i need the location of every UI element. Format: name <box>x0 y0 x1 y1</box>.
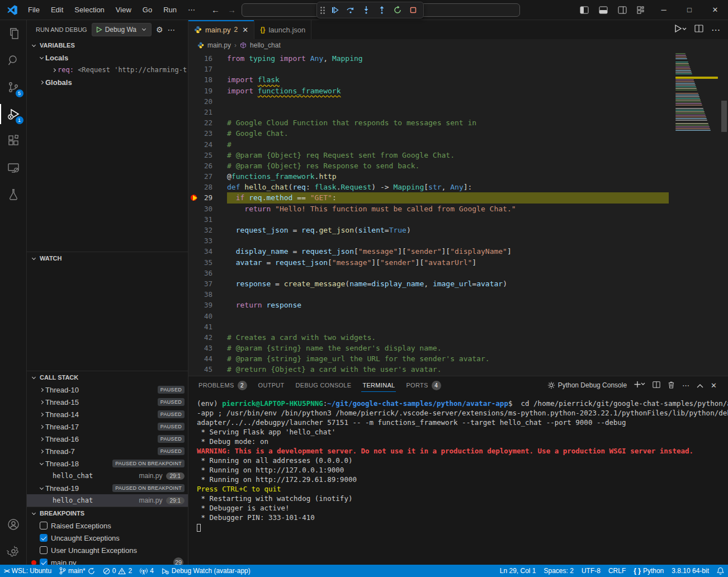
editor-more-actions-icon[interactable]: ⋯ <box>711 25 720 35</box>
thread-row[interactable]: Thread-18PAUSED ON BREAKPOINT <box>27 457 188 470</box>
code-line-38[interactable]: 38 <box>188 289 728 300</box>
code-line-17[interactable]: 17 <box>188 64 728 74</box>
panel-tab-output[interactable]: OUTPUT <box>253 376 290 394</box>
menu-selection[interactable]: Selection <box>70 3 108 16</box>
thread-row[interactable]: Thread-15PAUSED <box>27 396 188 408</box>
menu-overflow[interactable]: ⋯ <box>183 3 200 16</box>
eol-indicator[interactable]: CRLF <box>604 565 630 577</box>
stop-button[interactable] <box>406 3 420 17</box>
locals-row[interactable]: Locals <box>27 51 188 64</box>
encoding-indicator[interactable]: UTF-8 <box>578 565 604 577</box>
toggle-secondary-sidebar-icon[interactable] <box>614 3 631 17</box>
code-line-37[interactable]: 37 response = create_message(name=displa… <box>188 278 728 289</box>
debug-session-indicator[interactable]: Debug Watch (avatar-app) <box>158 565 254 577</box>
panel-tab-ports[interactable]: PORTS4 <box>400 376 446 394</box>
code-line-20[interactable]: 20 <box>188 96 728 107</box>
notifications-bell[interactable] <box>713 565 728 577</box>
code-line-39[interactable]: 39 return response <box>188 300 728 310</box>
python-interpreter-indicator[interactable]: 3.8.10 64-bit <box>668 565 713 577</box>
sidebar-more-actions-icon[interactable]: ⋯ <box>168 25 176 34</box>
thread-row[interactable]: Thread-7PAUSED <box>27 445 188 457</box>
continue-button[interactable] <box>328 3 342 17</box>
breakpoint-checkbox[interactable] <box>40 534 48 542</box>
menu-file[interactable]: File <box>23 3 44 16</box>
code-line-29[interactable]: 29 if req.method == "GET": <box>188 192 728 203</box>
toggle-sidebar-icon[interactable] <box>576 3 593 17</box>
panel-tab-debug-console[interactable]: DEBUG CONSOLE <box>290 376 357 394</box>
code-line-24[interactable]: 24# <box>188 139 728 150</box>
thread-row[interactable]: Thread-14PAUSED <box>27 408 188 420</box>
code-line-23[interactable]: 23# Google Chat. <box>188 128 728 139</box>
thread-row[interactable]: Thread-19PAUSED ON BREAKPOINT <box>27 482 188 494</box>
panel-tab-terminal[interactable]: TERMINAL <box>357 376 400 394</box>
python-debug-console-select[interactable]: Python Debug Console <box>547 381 627 389</box>
code-line-25[interactable]: 25# @param {Object} req Request sent fro… <box>188 150 728 160</box>
step-over-button[interactable] <box>344 3 357 17</box>
code-line-36[interactable]: 36 <box>188 268 728 278</box>
close-panel-icon[interactable]: ✕ <box>711 381 717 390</box>
source-control-icon[interactable]: 5 <box>0 74 27 101</box>
customize-layout-icon[interactable] <box>633 3 650 17</box>
remote-indicator[interactable]: >< WSL: Ubuntu <box>0 565 55 577</box>
code-line-31[interactable]: 31 <box>188 214 728 225</box>
language-mode-indicator[interactable]: { } Python <box>630 565 668 577</box>
ports-indicator[interactable]: 4 <box>136 565 158 577</box>
code-line-34[interactable]: 34 display_name = request_json["message"… <box>188 246 728 257</box>
thread-row[interactable]: Thread-16PAUSED <box>27 433 188 445</box>
thread-row[interactable]: Thread-17PAUSED <box>27 420 188 433</box>
breakpoint-paused-icon[interactable] <box>191 194 198 201</box>
breakpoint-checkbox[interactable] <box>40 546 48 554</box>
minimize-button[interactable]: ─ <box>651 0 677 20</box>
terminal-output[interactable]: (env) pierrick@LAPTOP-HKU5PNNG:~/git/goo… <box>188 394 728 565</box>
code-line-26[interactable]: 26# @param {Object} res Response to send… <box>188 160 728 171</box>
thread-row[interactable]: Thread-10PAUSED <box>27 384 188 396</box>
code-line-40[interactable]: 40 <box>188 311 728 321</box>
breakpoint-checkbox[interactable] <box>40 559 48 566</box>
maximize-button[interactable]: □ <box>677 0 702 20</box>
breadcrumb[interactable]: main.py › hello_chat <box>188 39 728 51</box>
stack-frame-row[interactable]: hello_chatmain.py29:1 <box>27 470 188 482</box>
editor-scrollbar[interactable] <box>720 51 728 376</box>
explorer-icon[interactable] <box>0 20 27 47</box>
close-button[interactable]: ✕ <box>702 0 728 20</box>
search-icon[interactable] <box>0 47 27 74</box>
breakpoints-header[interactable]: BREAKPOINTS <box>27 507 188 519</box>
split-terminal-icon[interactable] <box>653 381 660 390</box>
code-line-28[interactable]: 28def hello_chat(req: flask.Request) -> … <box>188 182 728 192</box>
back-button[interactable]: ← <box>211 5 220 15</box>
toggle-panel-icon[interactable] <box>595 3 612 17</box>
code-line-44[interactable]: 44# @param {string} image_url the URL fo… <box>188 353 728 364</box>
extensions-icon[interactable] <box>0 127 27 154</box>
minimap[interactable] <box>675 53 718 131</box>
code-line-22[interactable]: 22# Google Cloud Function that responds … <box>188 117 728 128</box>
remote-explorer-icon[interactable] <box>0 154 27 181</box>
code-line-19[interactable]: 19import functions_framework <box>188 86 728 96</box>
code-line-41[interactable]: 41 <box>188 321 728 332</box>
tab-launch-json[interactable]: {} launch.json <box>254 20 311 39</box>
code-line-16[interactable]: 16from typing import Any, Mapping <box>188 53 728 64</box>
stack-frame-row[interactable]: hello_chatmain.py29:1 <box>27 494 188 507</box>
menu-edit[interactable]: Edit <box>46 3 68 16</box>
maximize-panel-icon[interactable] <box>697 381 703 390</box>
menu-view[interactable]: View <box>111 3 136 16</box>
settings-gear-icon[interactable] <box>0 538 27 565</box>
breakpoint-row[interactable]: Raised Exceptions <box>27 519 188 532</box>
scrollbar-thumb[interactable] <box>721 101 727 132</box>
restart-button[interactable] <box>391 3 404 17</box>
debug-config-dropdown[interactable]: Debug Wa <box>92 23 152 36</box>
breadcrumb-file[interactable]: main.py <box>207 41 231 49</box>
code-editor[interactable]: 16from typing import Any, Mapping1718imp… <box>188 51 728 376</box>
git-branch-indicator[interactable]: main* <box>55 565 99 577</box>
code-line-21[interactable]: 21 <box>188 107 728 117</box>
forward-button[interactable]: → <box>228 5 236 15</box>
breadcrumb-symbol[interactable]: hello_chat <box>250 41 281 49</box>
run-and-debug-icon[interactable]: 1 <box>0 101 27 127</box>
code-line-35[interactable]: 35 avatar = request_json["message"]["sen… <box>188 257 728 268</box>
problems-indicator[interactable]: 0 2 <box>99 565 136 577</box>
split-editor-icon[interactable] <box>694 24 703 35</box>
kill-terminal-icon[interactable] <box>668 381 675 390</box>
tab-main-py[interactable]: main.py 2 ✕ <box>188 20 254 39</box>
run-python-file-button[interactable] <box>674 24 687 35</box>
code-line-27[interactable]: 27@functions_framework.http <box>188 171 728 182</box>
new-terminal-icon[interactable] <box>634 381 645 390</box>
